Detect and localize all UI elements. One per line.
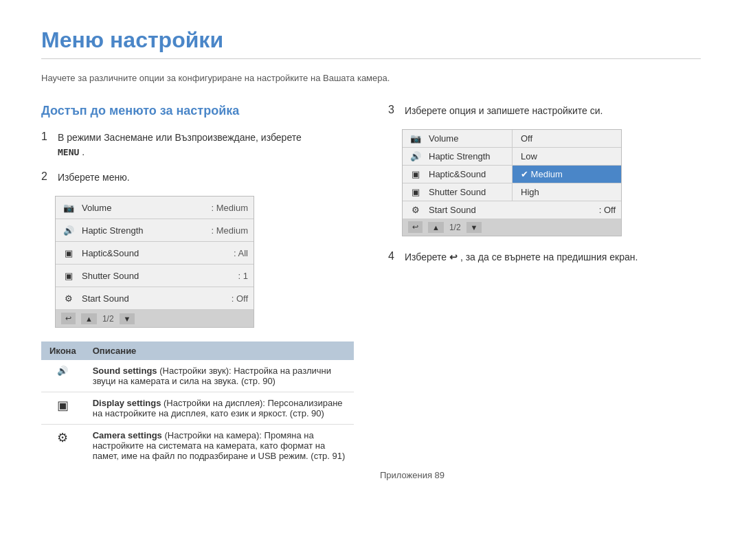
camera-menu-box: 📷 Volume : Medium 🔊 Haptic Strength : Me… xyxy=(55,196,254,328)
step-3-text: Изберете опция и запишете настройките си… xyxy=(405,104,603,118)
option-row-volume: 📷 Volume xyxy=(403,130,512,148)
option-right-col: Off Low ✔ Medium High xyxy=(513,130,621,201)
menu-footer: ↩ ▲ 1/2 ▼ xyxy=(56,310,254,327)
start-sound-option-icon: ⚙ xyxy=(408,205,423,215)
table-desc-3: Camera settings (Настройки на камера): П… xyxy=(85,425,354,467)
menu-row-start-sound: ⚙ Start Sound : Off xyxy=(56,287,254,310)
page-subtitle: Научете за различните опции за конфигури… xyxy=(41,73,701,83)
option-haptic-sound-icon: ▣ xyxy=(408,169,423,179)
menu-keyword: MENU xyxy=(58,147,79,157)
option-back-button[interactable]: ↩ xyxy=(408,221,423,233)
table-icon-1: 🔊 xyxy=(41,360,85,392)
page-footer: Приложения 89 xyxy=(41,470,742,480)
menu-row-haptic-strength: 🔊 Haptic Strength : Medium xyxy=(56,219,254,242)
haptic-strength-icon: 🔊 xyxy=(61,223,76,238)
step-4-text: Изберете ↩ , за да се върнете на предишн… xyxy=(405,250,638,265)
option-value-high[interactable]: High xyxy=(513,183,621,201)
step-1-number: 1 xyxy=(41,131,52,159)
option-vol-icon: 📷 xyxy=(408,133,423,144)
step-1-text: В режими Заснемане или Възпроизвеждане, … xyxy=(58,131,302,159)
menu-row-shutter-sound: ▣ Shutter Sound : 1 xyxy=(56,265,254,287)
back-button[interactable]: ↩ xyxy=(61,313,76,324)
right-column: 3 Изберете опция и запишете настройките … xyxy=(388,104,701,467)
step-2: 2 Изберете меню. xyxy=(41,170,354,185)
option-value-off[interactable]: Off xyxy=(513,130,621,148)
volume-icon: 📷 xyxy=(61,200,76,215)
option-haptic-icon: 🔊 xyxy=(408,151,423,161)
table-header-description: Описание xyxy=(85,341,354,360)
menu-row-haptic-sound: ▣ Haptic&Sound : All xyxy=(56,242,254,265)
option-left-col: 📷 Volume 🔊 Haptic Strength ▣ Haptic&Soun… xyxy=(403,130,513,201)
step-1: 1 В режими Заснемане или Възпроизвеждане… xyxy=(41,131,354,159)
table-row: 🔊 Sound settings (Настройки звук): Настр… xyxy=(41,360,354,392)
option-menu-footer: ↩ ▲ 1/2 ▼ xyxy=(403,219,621,236)
page-title: Меню настройки xyxy=(41,27,701,53)
table-icon-3: ⚙ xyxy=(41,425,85,467)
option-menu-box: 📷 Volume 🔊 Haptic Strength ▣ Haptic&Soun… xyxy=(402,129,622,236)
table-row: ▣ Display settings (Настройки на дисплея… xyxy=(41,392,354,425)
step-4-number: 4 xyxy=(388,250,399,265)
page-indicator: 1/2 xyxy=(102,314,114,324)
step-3-number: 3 xyxy=(388,104,399,118)
option-down-button[interactable]: ▼ xyxy=(466,222,482,233)
option-page-indicator: 1/2 xyxy=(449,223,461,232)
option-menu-combined: 📷 Volume 🔊 Haptic Strength ▣ Haptic&Soun… xyxy=(403,130,621,201)
up-button[interactable]: ▲ xyxy=(81,313,97,324)
left-section-heading: Достъп до менюто за настройка xyxy=(41,104,354,118)
two-column-layout: Достъп до менюто за настройка 1 В режими… xyxy=(41,104,701,467)
step-2-text: Изберете меню. xyxy=(58,170,130,185)
menu-row-volume: 📷 Volume : Medium xyxy=(56,197,254,219)
shutter-sound-icon: ▣ xyxy=(61,268,76,283)
table-desc-1: Sound settings (Настройки звук): Настрой… xyxy=(85,360,354,392)
option-row-haptic-strength: 🔊 Haptic Strength xyxy=(403,148,512,166)
option-shutter-icon: ▣ xyxy=(408,187,423,197)
step-4: 4 Изберете ↩ , за да се върнете на преди… xyxy=(388,250,701,265)
start-sound-icon: ⚙ xyxy=(61,291,76,306)
table-row: ⚙ Camera settings (Настройки на камера):… xyxy=(41,425,354,467)
table-icon-2: ▣ xyxy=(41,392,85,425)
table-desc-2: Display settings (Настройки на дисплея):… xyxy=(85,392,354,425)
page-container: Меню настройки Научете за различните опц… xyxy=(0,0,742,494)
left-column: Достъп до менюто за настройка 1 В режими… xyxy=(41,104,354,467)
table-header-icon: Икона xyxy=(41,341,85,360)
option-value-low[interactable]: Low xyxy=(513,148,621,166)
start-sound-row: ⚙ Start Sound : Off xyxy=(403,201,621,219)
step-3: 3 Изберете опция и запишете настройките … xyxy=(388,104,701,118)
haptic-sound-icon: ▣ xyxy=(61,245,76,260)
option-value-medium[interactable]: ✔ Medium xyxy=(513,166,621,183)
option-up-button[interactable]: ▲ xyxy=(428,222,444,233)
icon-table: Икона Описание 🔊 Sound settings (Настрой… xyxy=(41,341,354,467)
step-2-number: 2 xyxy=(41,170,52,185)
option-row-haptic-sound: ▣ Haptic&Sound xyxy=(403,166,512,183)
option-row-shutter: ▣ Shutter Sound xyxy=(403,183,512,201)
back-arrow-symbol: ↩ xyxy=(449,251,460,262)
down-button[interactable]: ▼ xyxy=(120,313,135,324)
